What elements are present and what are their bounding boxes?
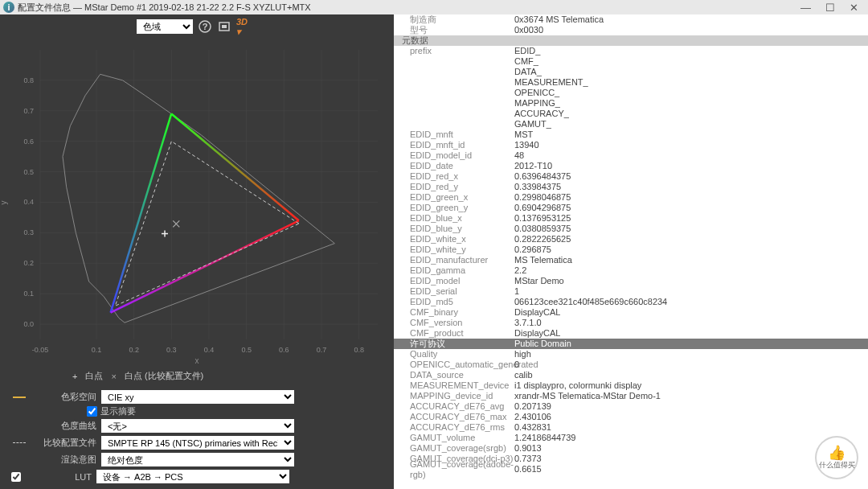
help-icon[interactable]: ? xyxy=(198,19,212,34)
property-row[interactable]: GAMUT_volume1.24186844739 xyxy=(394,433,868,443)
property-row[interactable]: EDID_gamma2.2 xyxy=(394,265,868,276)
property-row[interactable]: EDID_blue_x0.1376953125 xyxy=(394,213,868,224)
property-value: MS Telematica xyxy=(514,255,868,265)
property-row[interactable]: EDID_manufacturerMS Telematica xyxy=(394,255,868,265)
property-key: EDID_model xyxy=(394,276,514,286)
svg-text:0.4: 0.4 xyxy=(204,346,215,354)
property-row[interactable]: EDID_red_x0.6396484375 xyxy=(394,171,868,182)
property-key: EDID_red_x xyxy=(394,171,514,182)
lut-dropdown[interactable]: 设备 → A2B → PCS xyxy=(96,470,289,483)
property-value: GAMUT_ xyxy=(514,119,868,129)
property-value: MAPPING_ xyxy=(514,98,868,109)
property-row[interactable]: DATA_ xyxy=(394,67,868,77)
property-key: MEASUREMENT_device xyxy=(394,380,514,391)
property-key: EDID_white_x xyxy=(394,234,514,244)
property-key: Quality xyxy=(394,349,514,360)
close-button[interactable]: ✕ xyxy=(850,2,858,14)
property-key: MAPPING_device_id xyxy=(394,391,514,401)
property-row[interactable]: ACCURACY_ xyxy=(394,109,868,119)
property-value: 1.24186844739 xyxy=(514,433,868,443)
property-row[interactable]: OPENICC_ xyxy=(394,88,868,98)
property-key: GAMUT_coverage(adobe-rgb) xyxy=(394,459,514,480)
property-row[interactable]: EDID_md5066123cee321c40f485e669c660c8234 xyxy=(394,297,868,307)
property-key: 元数据 xyxy=(394,35,514,46)
property-list[interactable]: 制造商0x3674 MS Telematica型号0x0030元数据prefix… xyxy=(394,14,868,489)
property-row[interactable]: EDID_mnft_id13940 xyxy=(394,140,868,150)
show-summary-checkbox[interactable] xyxy=(87,406,97,417)
threed-icon[interactable]: 3D ▾ xyxy=(236,19,251,34)
property-row[interactable]: EDID_serial1 xyxy=(394,286,868,297)
property-row[interactable]: MEASUREMENT_ xyxy=(394,77,868,88)
property-key: EDID_gamma xyxy=(394,265,514,276)
curve-dropdown[interactable]: <无> xyxy=(101,419,294,433)
property-row[interactable]: EDID_green_x0.2998046875 xyxy=(394,192,868,203)
minimize-button[interactable]: — xyxy=(800,2,811,14)
property-value: 2.2 xyxy=(514,265,868,276)
render-label: 渲染意图 xyxy=(31,454,96,466)
property-row[interactable]: EDID_modelMStar Demo xyxy=(394,276,868,286)
svg-text:0.6: 0.6 xyxy=(23,138,34,146)
x-axis-label: x xyxy=(195,356,199,365)
property-row[interactable]: EDID_blue_y0.0380859375 xyxy=(394,224,868,234)
controls-block: 色彩空间 CIE xy 显示摘要 色度曲线 <无> 比较配置文件 SMPTE R… xyxy=(0,388,394,488)
property-value: 0.0380859375 xyxy=(514,224,868,234)
property-row[interactable]: MEASUREMENT_devicei1 displaypro, colormu… xyxy=(394,380,868,391)
compare-dropdown[interactable]: SMPTE RP 145 (NTSC) primaries with Rec70… xyxy=(101,436,294,450)
property-row[interactable]: 制造商0x3674 MS Telematica xyxy=(394,14,868,25)
colorspace-label: 色彩空间 xyxy=(31,391,96,403)
property-row[interactable]: CMF_ xyxy=(394,56,868,67)
property-row[interactable]: EDID_mnftMST xyxy=(394,129,868,140)
property-key: 许可协议 xyxy=(394,339,514,349)
property-row[interactable]: GAMUT_ xyxy=(394,119,868,129)
svg-text:-0.05: -0.05 xyxy=(32,346,49,354)
property-key: EDID_blue_y xyxy=(394,224,514,234)
property-row[interactable]: EDID_white_x0.2822265625 xyxy=(394,234,868,244)
property-value: 0x0030 xyxy=(514,25,868,35)
property-row[interactable]: EDID_model_id48 xyxy=(394,150,868,161)
svg-line-42 xyxy=(111,220,299,312)
property-row[interactable]: ACCURACY_dE76_rms0.432831 xyxy=(394,422,868,433)
property-row[interactable]: DATA_sourcecalib xyxy=(394,370,868,380)
plot-type-dropdown[interactable]: 色域 xyxy=(137,19,193,34)
property-row[interactable]: MAPPING_ xyxy=(394,98,868,109)
property-row[interactable]: EDID_green_y0.6904296875 xyxy=(394,203,868,213)
property-row[interactable]: EDID_white_y0.296875 xyxy=(394,244,868,255)
svg-text:0.6: 0.6 xyxy=(279,346,289,354)
property-value: 48 xyxy=(514,150,868,161)
render-dropdown[interactable]: 绝对色度 xyxy=(101,453,294,466)
property-row[interactable]: ACCURACY_dE76_avg0.207139 xyxy=(394,401,868,412)
property-row[interactable]: CMF_binaryDisplayCAL xyxy=(394,307,868,318)
property-row[interactable]: 型号0x0030 xyxy=(394,25,868,35)
property-row[interactable]: CMF_version3.7.1.0 xyxy=(394,318,868,328)
property-value: 0.6615 xyxy=(514,464,868,475)
svg-line-40 xyxy=(171,113,299,220)
property-row[interactable]: EDID_red_y0.33984375 xyxy=(394,182,868,192)
property-row[interactable]: ACCURACY_dE76_max2.430106 xyxy=(394,412,868,422)
window-controls: — ☐ ✕ xyxy=(800,2,865,14)
compare-swatch xyxy=(13,442,26,443)
maximize-button[interactable]: ☐ xyxy=(825,2,835,14)
property-row[interactable]: CMF_productDisplayCAL xyxy=(394,328,868,339)
property-row[interactable]: 许可协议Public Domain xyxy=(394,339,868,349)
colorspace-dropdown[interactable]: CIE xy xyxy=(101,390,294,404)
svg-text:0.8: 0.8 xyxy=(354,346,364,354)
property-row[interactable]: GAMUT_coverage(srgb)0.9013 xyxy=(394,443,868,454)
property-row[interactable]: OPENICC_automatic_generated0 xyxy=(394,360,868,370)
property-row[interactable]: prefixEDID_ xyxy=(394,46,868,56)
property-value: EDID_ xyxy=(514,46,868,56)
whitepoint-label: 白点 xyxy=(85,370,103,382)
svg-text:0.1: 0.1 xyxy=(92,346,102,354)
lut-checkbox[interactable] xyxy=(11,472,21,482)
svg-text:0.3: 0.3 xyxy=(23,228,34,236)
svg-text:0.1: 0.1 xyxy=(23,290,34,298)
property-row[interactable]: MAPPING_device_idxrandr-MS Telematica-MS… xyxy=(394,391,868,401)
svg-text:0.0: 0.0 xyxy=(23,320,34,328)
property-row[interactable]: Qualityhigh xyxy=(394,349,868,360)
property-value: MST xyxy=(514,129,868,140)
property-key: ACCURACY_dE76_max xyxy=(394,412,514,422)
screenshot-icon[interactable] xyxy=(217,19,231,34)
property-key: EDID_date xyxy=(394,161,514,171)
window-title: 配置文件信息 — MStar Demo #1 2019-02-18 21-22 … xyxy=(18,2,311,14)
property-row[interactable]: GAMUT_coverage(adobe-rgb)0.6615 xyxy=(394,464,868,475)
property-row[interactable]: EDID_date2012-T10 xyxy=(394,161,868,171)
